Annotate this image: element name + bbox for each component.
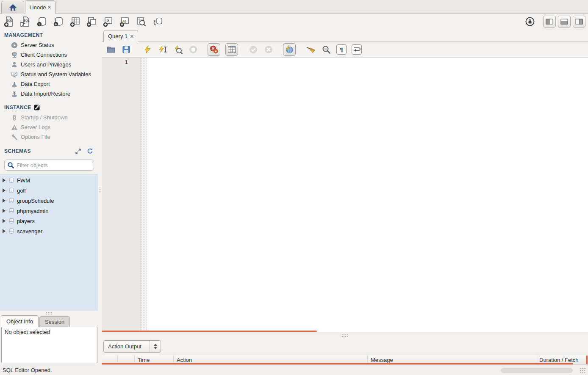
create-function-button[interactable]: f() xyxy=(119,16,130,27)
create-schema-button[interactable] xyxy=(53,16,64,27)
connection-tabbar: Linode × xyxy=(0,0,588,14)
connection-tab-linode[interactable]: Linode × xyxy=(25,0,55,14)
toggle-left-sidebar-button[interactable] xyxy=(543,16,556,28)
tree-item-schema[interactable]: FWM xyxy=(0,175,98,185)
open-script-button[interactable] xyxy=(106,44,116,55)
new-sql-tab-button[interactable]: SQL xyxy=(3,16,14,27)
expander-icon[interactable] xyxy=(2,209,6,213)
open-sql-script-icon: SQL xyxy=(20,16,31,27)
sidebar-item-data-export[interactable]: Data Export xyxy=(0,79,98,89)
toggle-word-wrap-button[interactable] xyxy=(352,44,362,55)
schema-tree: FWM golf groupSchedule phpmyadmin player… xyxy=(0,174,98,311)
output-vertical-scrollbar[interactable] xyxy=(586,356,588,364)
sql-editor-surface[interactable] xyxy=(147,58,588,332)
search-data-button[interactable] xyxy=(136,16,147,27)
output-splitter[interactable] xyxy=(102,332,588,339)
close-icon[interactable]: × xyxy=(130,33,133,40)
toggle-autocommit-button[interactable] xyxy=(283,43,296,56)
sidebar-item-server-logs[interactable]: Server Logs xyxy=(0,122,98,132)
refresh-schemas-icon[interactable] xyxy=(87,148,93,154)
sidebar-item-status-system-variables[interactable]: Status and System Variables xyxy=(0,69,98,79)
execute-current-statement-button[interactable] xyxy=(158,44,168,55)
home-tab[interactable] xyxy=(1,1,24,14)
schema-icon xyxy=(8,218,14,224)
toolbar-right-controls xyxy=(525,14,585,30)
object-info-panel: No object selected xyxy=(1,327,97,363)
object-info-tabbar: Object Info Session xyxy=(0,315,98,327)
commit-button[interactable] xyxy=(248,44,258,55)
find-button[interactable] xyxy=(321,44,331,55)
sidebar-item-startup-shutdown[interactable]: Startup / Shutdown xyxy=(0,113,98,122)
open-sql-script-button[interactable]: SQL xyxy=(20,16,31,27)
options-wrench-icon xyxy=(11,134,18,141)
server-status-icon xyxy=(11,42,18,49)
sidebar-item-server-status[interactable]: Server Status xyxy=(0,40,98,50)
commit-check-icon xyxy=(249,45,258,54)
explain-plan-button[interactable] xyxy=(173,44,183,55)
create-table-button[interactable] xyxy=(69,16,80,27)
toggle-output-area-button[interactable] xyxy=(558,16,571,28)
tree-item-schema[interactable]: golf xyxy=(0,185,98,196)
editor-horizontal-scrollbar[interactable] xyxy=(102,331,317,332)
data-export-icon xyxy=(11,81,18,88)
save-script-button[interactable] xyxy=(121,44,131,55)
reconnect-dbms-button[interactable] xyxy=(152,16,163,27)
spinner-arrows-icon xyxy=(150,341,161,352)
sql-editor-area: Query 1 × xyxy=(102,30,588,365)
tab-object-info[interactable]: Object Info xyxy=(1,315,39,327)
sidebar-item-data-import-restore[interactable]: Data Import/Restore xyxy=(0,89,98,99)
expander-icon[interactable] xyxy=(2,229,6,234)
search-icon xyxy=(7,162,14,169)
schema-icon xyxy=(8,188,14,193)
limit-rows-button[interactable] xyxy=(225,43,238,56)
toggle-secondary-sidebar-button[interactable] xyxy=(573,16,585,28)
save-floppy-icon xyxy=(122,45,131,54)
expander-icon[interactable] xyxy=(2,219,6,223)
bottom-panel-icon xyxy=(560,18,568,25)
rollback-button[interactable] xyxy=(263,44,274,55)
output-view-select[interactable]: Action Output xyxy=(103,340,161,353)
svg-text:i: i xyxy=(39,22,40,26)
sql-editor-toolbar: ¶ xyxy=(102,42,588,58)
schema-inspector-button[interactable]: i xyxy=(36,16,47,27)
statusbar-scrollbar-thumb[interactable] xyxy=(501,368,573,373)
tab-session[interactable]: Session xyxy=(39,316,70,327)
sidebar-splitter[interactable] xyxy=(0,311,98,315)
explain-magnifier-icon xyxy=(173,45,183,54)
create-procedure-button[interactable] xyxy=(103,16,114,27)
sidebar-item-users-privileges[interactable]: Users and Privileges xyxy=(0,60,98,69)
create-function-icon: f() xyxy=(119,16,130,27)
schemas-section-title: SCHEMAS xyxy=(4,148,93,154)
stop-button[interactable] xyxy=(188,44,198,55)
left-panel-icon xyxy=(546,18,553,25)
expander-icon[interactable] xyxy=(2,199,6,203)
tab-query-1[interactable]: Query 1 × xyxy=(103,30,138,42)
create-schema-icon xyxy=(53,16,64,27)
schema-icon xyxy=(8,228,14,234)
expander-icon[interactable] xyxy=(2,178,6,183)
toggle-stop-on-error-button[interactable] xyxy=(208,43,220,56)
output-horizontal-scrollbar[interactable] xyxy=(102,363,573,364)
expand-panel-icon[interactable] xyxy=(75,149,81,154)
sidebar-item-options-file[interactable]: Options File xyxy=(0,132,98,142)
beautify-button[interactable] xyxy=(306,44,316,55)
resize-grip[interactable] xyxy=(580,367,586,373)
create-table-icon xyxy=(69,16,80,27)
query-tabbar: Query 1 × xyxy=(102,30,588,42)
close-icon[interactable]: × xyxy=(47,4,51,10)
sidebar-item-client-connections[interactable]: Client Connections xyxy=(0,50,98,60)
execute-button[interactable] xyxy=(142,44,153,55)
filter-objects-input[interactable] xyxy=(17,162,91,168)
toggle-invisible-characters-button[interactable]: ¶ xyxy=(336,44,347,55)
create-view-button[interactable] xyxy=(86,16,97,27)
find-magnifier-icon xyxy=(322,45,331,54)
schema-filter[interactable] xyxy=(4,160,94,171)
vertical-splitter[interactable] xyxy=(98,30,102,365)
tree-item-schema[interactable]: players xyxy=(0,216,98,226)
search-table-icon xyxy=(136,16,147,27)
tree-item-schema[interactable]: groupSchedule xyxy=(0,196,98,206)
expander-icon[interactable] xyxy=(2,188,6,193)
create-procedure-icon xyxy=(103,16,114,27)
tree-item-schema[interactable]: scavenger xyxy=(0,226,98,236)
tree-item-schema[interactable]: phpmyadmin xyxy=(0,206,98,216)
